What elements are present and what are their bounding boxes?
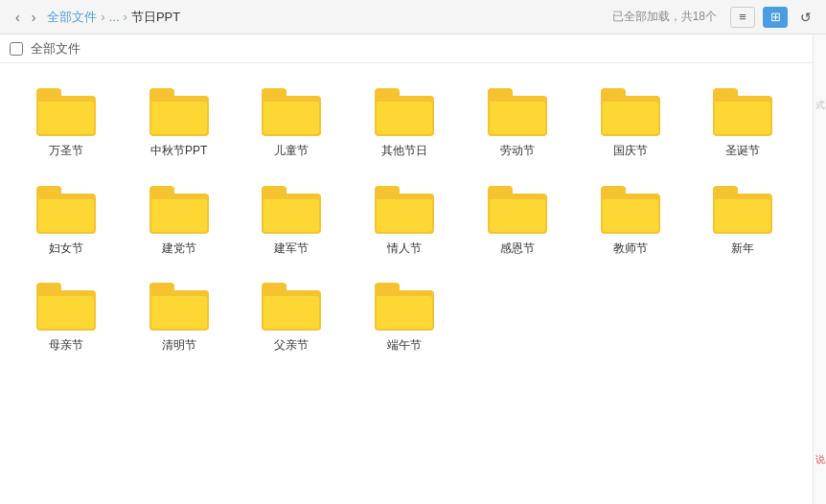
folder-label: 妇女节 — [49, 241, 83, 257]
folder-icon — [36, 283, 96, 331]
folder-icon — [149, 186, 209, 234]
forward-button[interactable]: › — [26, 8, 42, 27]
folder-grid: 万圣节 中秋节PPT 儿童节 — [13, 73, 803, 365]
folder-icon — [713, 88, 772, 136]
folder-item-guoqing[interactable]: 国庆节 — [578, 73, 683, 171]
folder-label: 万圣节 — [49, 144, 83, 159]
breadcrumb-sep2: › — [124, 10, 127, 24]
folder-item-qingming[interactable]: 清明节 — [126, 267, 232, 365]
breadcrumb-sep1: › — [101, 10, 104, 24]
folder-label: 母亲节 — [49, 338, 83, 354]
folder-label: 圣诞节 — [725, 144, 760, 159]
folder-item-wansheng[interactable]: 万圣节 — [13, 73, 119, 171]
file-count: 已全部加载，共18个 — [612, 9, 717, 25]
view-list-button[interactable]: ≡ — [730, 7, 755, 28]
side-panel: 式 说 — [813, 34, 826, 504]
folder-icon — [36, 186, 96, 234]
refresh-button[interactable]: ↺ — [795, 8, 816, 27]
folder-item-qita[interactable]: 其他节日 — [352, 73, 457, 171]
folder-item-ganen[interactable]: 感恩节 — [465, 171, 570, 268]
folder-label: 教师节 — [613, 241, 648, 257]
folder-label: 国庆节 — [613, 144, 648, 159]
sub-toolbar: 全部文件 — [0, 34, 826, 63]
folder-icon — [149, 88, 209, 136]
folder-label: 儿童节 — [274, 144, 309, 159]
folder-icon — [375, 186, 434, 234]
folder-icon — [601, 186, 660, 234]
folder-item-qingren[interactable]: 情人节 — [352, 171, 457, 268]
breadcrumb-ellipsis[interactable]: ... — [109, 10, 120, 24]
folder-icon — [488, 88, 547, 136]
folder-icon — [262, 88, 321, 136]
breadcrumb-root[interactable]: 全部文件 — [47, 9, 97, 26]
folder-label: 其他节日 — [381, 144, 427, 159]
breadcrumb-current: 节日PPT — [131, 9, 180, 26]
folder-icon — [488, 186, 547, 234]
toolbar: ‹ › 全部文件 › ... › 节日PPT 已全部加载，共18个 ≡ ⊞ ↺ — [0, 0, 826, 34]
folder-label: 劳动节 — [500, 144, 535, 159]
folder-label: 感恩节 — [500, 241, 535, 257]
main-content: 万圣节 中秋节PPT 儿童节 — [0, 63, 813, 375]
view-grid-button[interactable]: ⊞ — [763, 7, 788, 28]
folder-icon — [262, 283, 321, 331]
folder-label: 建军节 — [274, 241, 309, 257]
folder-item-shengdan[interactable]: 圣诞节 — [690, 73, 795, 171]
folder-label: 情人节 — [387, 241, 422, 257]
folder-item-fuqin[interactable]: 父亲节 — [239, 267, 344, 365]
folder-icon — [149, 283, 209, 331]
folder-item-jiaoshi[interactable]: 教师节 — [578, 171, 683, 268]
folder-icon — [601, 88, 660, 136]
folder-item-duanwu[interactable]: 端午节 — [352, 267, 457, 365]
folder-item-jianjun[interactable]: 建军节 — [239, 171, 344, 268]
folder-label: 父亲节 — [274, 338, 309, 354]
folder-item-muqin[interactable]: 母亲节 — [13, 267, 119, 365]
toolbar-right: 已全部加载，共18个 ≡ ⊞ ↺ — [612, 7, 816, 28]
folder-icon — [375, 283, 434, 331]
folder-item-funv[interactable]: 妇女节 — [13, 171, 119, 268]
folder-item-zhongqiu[interactable]: 中秋节PPT — [126, 73, 232, 171]
folder-icon — [713, 186, 772, 234]
folder-label: 端午节 — [387, 338, 422, 354]
select-all-checkbox[interactable] — [10, 42, 23, 56]
folder-icon — [375, 88, 434, 136]
folder-item-jiandang[interactable]: 建党节 — [126, 171, 232, 268]
folder-icon — [262, 186, 321, 234]
folder-item-laodong[interactable]: 劳动节 — [465, 73, 570, 171]
folder-label: 中秋节PPT — [150, 144, 207, 159]
folder-item-xinnian[interactable]: 新年 — [690, 171, 795, 268]
folder-item-ertong[interactable]: 儿童节 — [239, 73, 344, 171]
folder-label: 新年 — [731, 241, 754, 257]
back-button[interactable]: ‹ — [10, 8, 26, 27]
folder-label: 清明节 — [162, 338, 196, 354]
folder-label: 建党节 — [162, 241, 196, 257]
folder-icon — [36, 88, 96, 136]
breadcrumb: 全部文件 › ... › 节日PPT — [47, 9, 611, 26]
all-files-label: 全部文件 — [31, 40, 80, 57]
